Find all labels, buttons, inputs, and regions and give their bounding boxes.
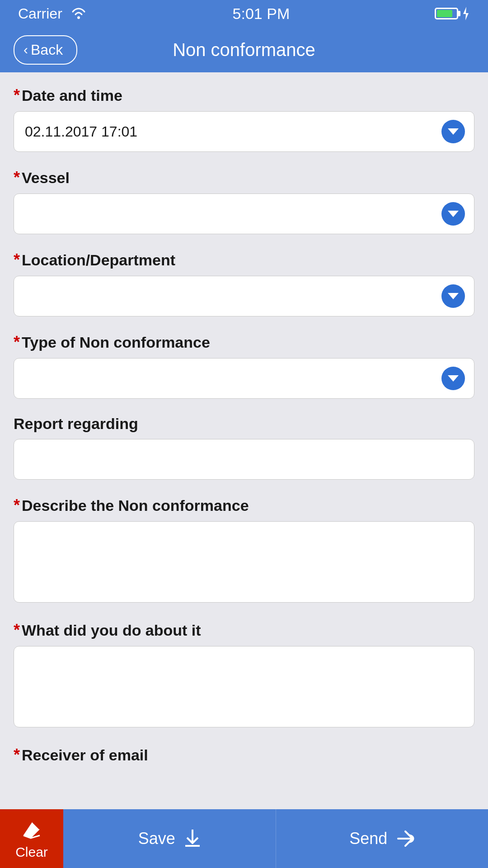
required-star-type-nc: *	[14, 333, 20, 352]
back-chevron-icon: ‹	[23, 43, 28, 57]
textarea-describe-nc[interactable]	[14, 521, 474, 603]
back-button[interactable]: ‹ Back	[14, 35, 77, 65]
label-type-nc: * Type of Non conformance	[14, 333, 474, 352]
required-star-describe-nc: *	[14, 496, 20, 515]
battery-fill	[437, 10, 452, 17]
status-bar: Carrier 5:01 PM	[0, 0, 488, 27]
field-group-describe-nc: * Describe the Non conformance	[14, 496, 474, 604]
input-report-regarding[interactable]	[14, 439, 474, 480]
send-arrow-icon	[396, 830, 414, 848]
bottom-toolbar: Clear Save Send	[0, 809, 488, 868]
save-download-icon	[184, 830, 201, 848]
textarea-what-did-you-do[interactable]	[14, 646, 474, 727]
clear-button[interactable]: Clear	[0, 809, 63, 868]
send-button[interactable]: Send	[276, 809, 488, 868]
label-what-did-you-do: * What did you do about it	[14, 621, 474, 640]
wifi-icon	[70, 7, 88, 20]
field-group-location: * Location/Department	[14, 250, 474, 316]
eraser-icon	[20, 817, 43, 841]
dropdown-arrow-type-nc	[441, 367, 465, 390]
save-label: Save	[138, 829, 175, 848]
field-group-what-did-you-do: * What did you do about it	[14, 621, 474, 729]
required-star-date-time: *	[14, 86, 20, 105]
battery-icon	[435, 8, 458, 19]
dropdown-date-time-value: 02.11.2017 17:01	[25, 123, 137, 140]
status-time: 5:01 PM	[233, 5, 290, 23]
field-group-type-nc: * Type of Non conformance	[14, 333, 474, 399]
bolt-icon	[462, 7, 470, 20]
clear-label: Clear	[15, 844, 48, 860]
label-location: * Location/Department	[14, 250, 474, 269]
form-container: * Date and time 02.11.2017 17:01 * Vesse…	[0, 72, 488, 809]
status-bar-right	[435, 7, 470, 20]
label-date-time: * Date and time	[14, 86, 474, 105]
required-star-location: *	[14, 250, 20, 269]
status-bar-left: Carrier	[18, 5, 88, 22]
required-star-vessel: *	[14, 168, 20, 187]
dropdown-arrow-vessel	[441, 202, 465, 226]
page-title: Non conformance	[173, 40, 315, 60]
required-star-what-did-you-do: *	[14, 621, 20, 640]
field-group-receiver-email: * Receiver of email	[14, 745, 474, 764]
nav-bar: ‹ Back Non conformance	[0, 27, 488, 72]
dropdown-type-nc[interactable]	[14, 358, 474, 399]
field-group-vessel: * Vessel	[14, 168, 474, 234]
label-describe-nc: * Describe the Non conformance	[14, 496, 474, 515]
dropdown-arrow-location	[441, 284, 465, 308]
label-vessel: * Vessel	[14, 168, 474, 187]
label-receiver-email: * Receiver of email	[14, 745, 474, 764]
svg-marker-1	[463, 7, 469, 20]
back-label: Back	[31, 42, 63, 58]
dropdown-date-time[interactable]: 02.11.2017 17:01	[14, 111, 474, 152]
dropdown-location[interactable]	[14, 276, 474, 316]
carrier-label: Carrier	[18, 5, 62, 22]
required-star-receiver-email: *	[14, 745, 20, 764]
field-group-date-time: * Date and time 02.11.2017 17:01	[14, 86, 474, 152]
svg-point-0	[77, 16, 80, 19]
label-report-regarding: Report regarding	[14, 415, 474, 433]
save-button[interactable]: Save	[63, 809, 276, 868]
field-group-report-regarding: Report regarding	[14, 415, 474, 480]
dropdown-vessel[interactable]	[14, 193, 474, 234]
dropdown-arrow-date-time	[441, 120, 465, 143]
send-label: Send	[349, 829, 387, 848]
